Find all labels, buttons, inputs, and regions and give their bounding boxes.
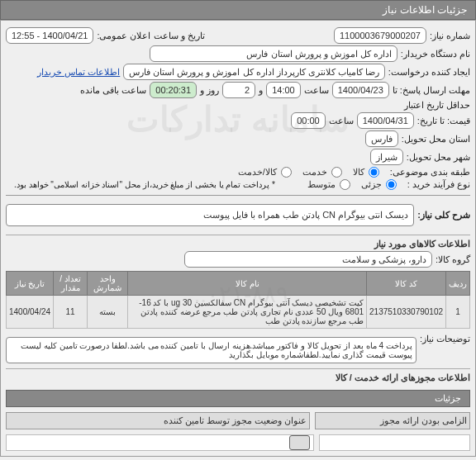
bottom-col-1: الزامی بودن ارائه مجوز — [315, 412, 470, 429]
items-table: ردیف کد کالا نام کالا واحد شمارش تعداد /… — [6, 271, 470, 329]
subject-class-label: طبقه بندی موضوعی: — [390, 167, 470, 178]
cell-date: 1400/04/24 — [7, 296, 54, 329]
perm-section-title: اطلاعات مجوزهای ارائه خدمت / کالا — [6, 368, 470, 383]
radio-mid-label: متوسط — [307, 179, 336, 190]
th-unit: واحد شمارش — [87, 272, 127, 296]
buy-type-label: نوع فرآیند خرید : — [407, 179, 470, 190]
time-lbl-1: ساعت — [304, 85, 329, 96]
th-qty: تعداد / مقدار — [54, 272, 88, 296]
requester-value: رضا کامیاب کلانتری کارپرداز اداره کل امو… — [123, 64, 385, 80]
buyer-org-label: نام دستگاه خریدار: — [401, 49, 470, 59]
province-value: فارس — [365, 130, 398, 147]
cell-idx: 1 — [446, 296, 470, 329]
and-lbl: و — [259, 85, 263, 96]
time-lbl-2: ساعت — [329, 116, 354, 126]
th-name: نام کالا — [128, 272, 367, 296]
radio-service[interactable] — [331, 167, 342, 178]
panel-title: جزئیات اطلاعات نیاز — [383, 4, 467, 16]
need-title-label: شرح کلی نیاز: — [417, 210, 470, 221]
table-row: 1 2137510330790102 کیت تشخیصی دیسک آنتی … — [7, 296, 470, 329]
desc-value: پرداخت 4 ماه بعد از تحویل کالا و فاکتور … — [6, 337, 416, 363]
radio-mid[interactable] — [340, 179, 350, 190]
group-label: گروه کالا: — [436, 254, 470, 265]
days-lbl: روز و — [200, 85, 219, 96]
requester-label: ایجاد کننده درخواست: — [388, 67, 470, 78]
city-value: شیراز — [370, 149, 403, 165]
pay-note: * پرداخت تمام یا بخشی از مبلغ خرید،از مح… — [14, 180, 275, 189]
group-value: دارو، پزشکی و سلامت — [184, 251, 432, 268]
need-no-value: 1100003679000207 — [334, 27, 426, 44]
validity-label: حداقل تاریخ اعتبار — [404, 100, 470, 111]
radio-gs-label: کالا/خدمت — [238, 167, 277, 178]
province-label: استان محل تحویل: — [402, 134, 470, 145]
details-header: جزئیات — [6, 390, 470, 407]
radio-low-label: جزئی — [361, 179, 382, 190]
send-date: 1400/04/23 — [332, 82, 389, 98]
validity-date: 1400/04/31 — [357, 112, 414, 129]
days-val: 2 — [222, 82, 255, 98]
bottom-button[interactable] — [289, 435, 310, 450]
items-section-title: اطلاعات کالاهای مورد نیاز — [6, 235, 470, 249]
radio-goods-service[interactable] — [281, 167, 292, 178]
th-date: تاریخ نیاز — [7, 272, 54, 296]
send-time: 14:00 — [266, 82, 301, 98]
announce-value: 1400/04/21 - 12:55 — [6, 27, 93, 44]
need-no-label: شماره نیاز: — [430, 31, 470, 41]
radio-service-label: خدمت — [302, 167, 327, 178]
panel-body: شماره نیاز: 1100003679000207 تاریخ و ساع… — [0, 20, 476, 457]
th-row: ردیف — [446, 272, 470, 296]
cell-qty: 11 — [54, 296, 88, 329]
cell-code: 2137510330790102 — [367, 296, 446, 329]
need-title-value: دیسک انتی بیوگرام CN پادتن طب همراه با ف… — [6, 204, 414, 226]
cell-unit: بسته — [87, 296, 127, 329]
price-to-label: قیمت: تا تاریخ: — [417, 116, 470, 126]
remain-lbl: ساعت باقی مانده — [80, 85, 146, 96]
remain-val: 00:20:31 — [150, 82, 197, 98]
th-code: کد کالا — [367, 272, 446, 296]
radio-goods[interactable] — [369, 167, 379, 178]
buyer-org-value: اداره کل اموزش و پرورش استان فارس — [150, 45, 397, 62]
bottom-col-2: عنوان وضعیت مجوز توسط تامین کننده — [6, 412, 310, 429]
bottom-cell-2 — [6, 434, 314, 451]
announce-label: تاریخ و ساعت اعلان عمومی: — [97, 31, 204, 41]
contact-link[interactable]: اطلاعات تماس خریدار — [37, 67, 120, 78]
radio-low[interactable] — [386, 179, 397, 190]
panel-header: جزئیات اطلاعات نیاز — [0, 0, 476, 20]
city-label: شهر محل تحویل: — [407, 152, 470, 163]
bottom-cell-1 — [319, 434, 470, 451]
desc-label: توضیحات نیاز: — [420, 334, 470, 344]
cell-name: کیت تشخیصی دیسک آنتی بیوگرام CN سفالکسین… — [128, 296, 367, 329]
radio-goods-label: کالا — [353, 167, 364, 178]
send-time-label: مهلت ارسال پاسخ: تا — [393, 85, 470, 96]
validity-time: 00:00 — [291, 112, 326, 129]
